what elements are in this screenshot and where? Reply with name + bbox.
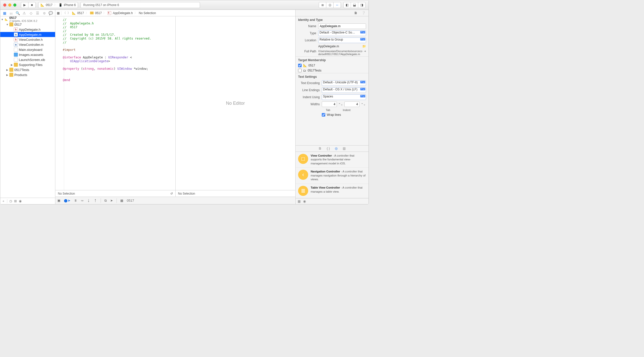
lineendings-select[interactable]: Default - OS X / Unix (LF) (322, 87, 366, 93)
recent-filter-icon[interactable]: ◷ (9, 199, 12, 203)
code-snippet-tab[interactable]: { } (327, 147, 330, 150)
toggle-utilities-button[interactable]: ◨ (358, 2, 366, 8)
minimize-window-button[interactable] (8, 4, 11, 7)
view-hierarchy-icon[interactable]: ⧉ (104, 199, 107, 203)
wrap-lines-label: Wrap lines (327, 113, 341, 117)
scheme-selector[interactable]: 📐 0517 〉 📱 iPhone 6 (38, 2, 78, 8)
target-row[interactable]: 🗂0517Tests (296, 68, 369, 73)
library-item[interactable]: ‹Navigation Controller - A controller th… (296, 168, 369, 184)
target-row[interactable]: 📐0517 (296, 63, 369, 68)
stop-button[interactable]: ■ (28, 2, 36, 8)
tab-width-input[interactable] (322, 101, 337, 107)
file-type-select[interactable]: Default - Objective-C So… (318, 30, 366, 36)
location-icon[interactable]: ➤ (110, 199, 113, 202)
project-icon: 📐 (4, 17, 8, 21)
library-item-icon: ‹ (298, 170, 308, 180)
h-file-icon: h (14, 38, 18, 42)
related-items-icon[interactable]: ▦ (57, 11, 60, 15)
media-library-tab[interactable]: ▥ (343, 147, 346, 150)
indent-width-input[interactable] (344, 101, 359, 107)
tree-item[interactable]: mViewController.m (0, 42, 55, 47)
tree-item[interactable]: ▶Supporting Files (0, 62, 55, 67)
breakpoint-navigator-tab[interactable]: ⎊ (42, 11, 47, 15)
debug-navigator-tab[interactable]: ☰ (35, 11, 40, 15)
standard-editor-button[interactable]: ≣ (319, 2, 326, 8)
step-out-icon[interactable]: ⭡ (94, 199, 97, 202)
text-section-header: Text Settings (296, 73, 369, 80)
storyboard-icon (14, 58, 18, 62)
scm-filter-icon[interactable]: ⊠ (14, 199, 17, 203)
jump-bar[interactable]: ▦ 〈 〉 📐 0517〉 0517〉 h AppDelegate.h〉 No … (55, 10, 295, 16)
toggle-debug-button[interactable]: ⬓ (351, 2, 358, 8)
file-name-input[interactable] (318, 23, 366, 29)
close-window-button[interactable] (3, 4, 6, 7)
forward-button[interactable]: 〉 (67, 11, 70, 15)
pause-icon[interactable]: ⏸ (74, 199, 77, 202)
library-bottom-bar: ▦ ◉ (296, 198, 369, 204)
history-icon[interactable]: ↺ (170, 192, 173, 195)
tree-item[interactable]: Main.storyboard (0, 47, 55, 52)
file-template-tab[interactable]: 🗎 (318, 147, 322, 150)
test-navigator-tab[interactable]: ◇ (28, 11, 33, 15)
project-icon: 📐 (72, 11, 76, 15)
report-navigator-tab[interactable]: 💬 (48, 11, 53, 15)
tree-item[interactable]: ▼0517 (0, 22, 55, 27)
type-label: Type (298, 31, 316, 35)
xcode-window: ▶ ■ 📐 0517 〉 📱 iPhone 6 Running 0517 on … (0, 0, 369, 204)
find-navigator-tab[interactable]: 🔍 (15, 11, 20, 15)
folder-chooser-icon[interactable]: 📁 (362, 45, 366, 48)
wrap-lines-checkbox[interactable] (322, 113, 325, 117)
back-button[interactable]: 〈 (63, 11, 66, 15)
indent-select[interactable]: Spaces (322, 94, 366, 100)
assistant-editor-button[interactable]: ◎ (326, 2, 334, 8)
folder-icon (14, 53, 18, 57)
tree-item[interactable]: Images.xcassets (0, 52, 55, 57)
file-inspector-tab[interactable]: 🗎 (354, 11, 357, 15)
add-button[interactable]: ＋ (2, 199, 5, 203)
object-library[interactable]: □View Controller - A controller that sup… (296, 152, 369, 198)
quick-help-tab[interactable]: ❔ (361, 11, 366, 15)
run-button[interactable]: ▶ (21, 2, 28, 8)
project-root[interactable]: ▼ 📐 0517 2 targets, iOS SDK 8.2 (0, 17, 55, 22)
tree-item[interactable]: hViewController.h (0, 37, 55, 42)
symbol-navigator-tab[interactable]: ⚏ (9, 11, 14, 15)
library-item[interactable]: □View Controller - A controller that sup… (296, 152, 369, 168)
tree-item[interactable]: ▶0517Tests (0, 67, 55, 72)
encoding-select[interactable]: Default - Unicode (UTF-8) (322, 80, 366, 86)
object-library-tab[interactable]: ◎ (335, 147, 338, 150)
code-editor[interactable]: // // AppDelegate.h // 0517 // // Create… (55, 16, 175, 190)
filter-icon[interactable]: ◉ (303, 199, 306, 203)
navigator: ▦ ⚏ 🔍 ⚠ ◇ ☰ ⎊ 💬 ▼ 📐 0517 2 targets, iOS … (0, 10, 55, 204)
step-over-icon[interactable]: ⤼ (81, 199, 84, 202)
grid-view-icon[interactable]: ▦ (298, 199, 301, 203)
tree-item[interactable]: hAppDelegate.h (0, 27, 55, 32)
hide-debug-icon[interactable]: ▣ (57, 199, 60, 202)
target-checkbox[interactable] (298, 69, 302, 72)
tree-item[interactable]: mAppDelegate.m (0, 32, 55, 37)
tree-item-label: Supporting Files (19, 63, 43, 67)
app-icon: 📐 (41, 3, 44, 7)
status-text: No Selection (178, 192, 195, 195)
folder-icon (9, 22, 13, 26)
project-tree[interactable]: ▼ 📐 0517 2 targets, iOS SDK 8.2 ▼0517hAp… (0, 16, 55, 198)
tree-item-label: AppDelegate.m (19, 33, 42, 37)
breakpoints-icon[interactable]: ⬤➤ (64, 199, 70, 202)
editor-area: ▦ 〈 〉 📐 0517〉 0517〉 h AppDelegate.h〉 No … (55, 10, 296, 204)
project-navigator-tab[interactable]: ▦ (2, 11, 7, 15)
issue-navigator-tab[interactable]: ⚠ (22, 11, 27, 15)
tree-item[interactable]: ▶Products (0, 72, 55, 77)
filter-field-icon[interactable]: ◉ (19, 199, 22, 203)
library-item[interactable]: ≣Table View Controller - A controller th… (296, 184, 369, 198)
location-select[interactable]: Relative to Group (318, 38, 366, 43)
status-text: No Selection (58, 192, 75, 195)
tree-item[interactable]: LaunchScreen.xib (0, 57, 55, 62)
target-checkbox[interactable] (298, 64, 302, 67)
step-into-icon[interactable]: ⭣ (87, 199, 90, 202)
process-name[interactable]: 0517 (127, 199, 134, 202)
tree-item-label: ViewController.m (19, 43, 44, 47)
zoom-window-button[interactable] (13, 4, 16, 7)
toggle-navigator-button[interactable]: ◧ (343, 2, 351, 8)
version-editor-button[interactable]: ↔ (333, 2, 341, 8)
reveal-arrow-icon[interactable]: ➜ (364, 50, 366, 56)
folder-icon (14, 63, 18, 67)
